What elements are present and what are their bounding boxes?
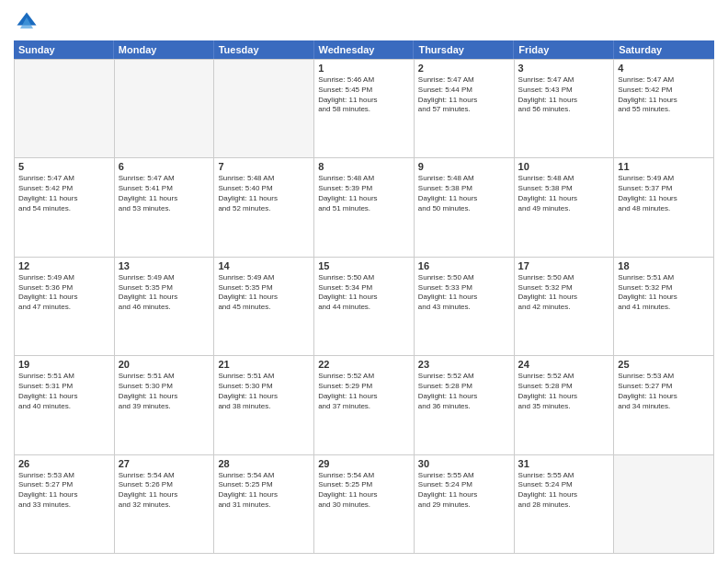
day-number: 26 [18, 458, 110, 469]
day-detail: Sunrise: 5:47 AM Sunset: 5:41 PM Dayligh… [119, 174, 210, 213]
calendar-header: SundayMondayTuesdayWednesdayThursdayFrid… [14, 40, 714, 59]
day-cell-9: 9Sunrise: 5:48 AM Sunset: 5:38 PM Daylig… [415, 158, 515, 257]
day-number: 31 [518, 458, 610, 469]
day-cell-25: 25Sunrise: 5:53 AM Sunset: 5:27 PM Dayli… [614, 356, 714, 454]
day-number: 30 [418, 458, 510, 469]
weekday-header-friday: Friday [514, 40, 614, 59]
day-detail: Sunrise: 5:49 AM Sunset: 5:37 PM Dayligh… [618, 174, 710, 213]
day-detail: Sunrise: 5:48 AM Sunset: 5:39 PM Dayligh… [318, 174, 410, 213]
day-number: 27 [119, 458, 210, 469]
day-cell-6: 6Sunrise: 5:47 AM Sunset: 5:41 PM Daylig… [115, 158, 215, 257]
day-number: 10 [518, 161, 610, 172]
day-detail: Sunrise: 5:48 AM Sunset: 5:40 PM Dayligh… [218, 174, 310, 213]
page: SundayMondayTuesdayWednesdayThursdayFrid… [0, 0, 728, 563]
day-number: 24 [518, 359, 610, 370]
day-cell-8: 8Sunrise: 5:48 AM Sunset: 5:39 PM Daylig… [314, 158, 415, 257]
day-number: 19 [18, 359, 110, 370]
day-cell-3: 3Sunrise: 5:47 AM Sunset: 5:43 PM Daylig… [515, 60, 615, 158]
day-number: 13 [119, 260, 210, 271]
weekday-header-tuesday: Tuesday [214, 40, 314, 59]
day-number: 22 [318, 359, 410, 370]
day-number: 18 [618, 260, 710, 271]
day-detail: Sunrise: 5:48 AM Sunset: 5:38 PM Dayligh… [418, 174, 510, 213]
day-cell-21: 21Sunrise: 5:51 AM Sunset: 5:30 PM Dayli… [214, 356, 314, 454]
calendar: SundayMondayTuesdayWednesdayThursdayFrid… [14, 40, 714, 554]
day-detail: Sunrise: 5:50 AM Sunset: 5:32 PM Dayligh… [518, 273, 610, 313]
day-cell-31: 31Sunrise: 5:55 AM Sunset: 5:24 PM Dayli… [515, 455, 615, 554]
day-number: 28 [218, 458, 310, 469]
day-detail: Sunrise: 5:49 AM Sunset: 5:35 PM Dayligh… [119, 273, 210, 313]
empty-cell [15, 60, 115, 158]
calendar-body: 1Sunrise: 5:46 AM Sunset: 5:45 PM Daylig… [14, 59, 714, 554]
day-number: 16 [418, 260, 510, 271]
day-detail: Sunrise: 5:47 AM Sunset: 5:42 PM Dayligh… [18, 174, 110, 213]
day-number: 15 [318, 260, 410, 271]
day-cell-2: 2Sunrise: 5:47 AM Sunset: 5:44 PM Daylig… [415, 60, 515, 158]
day-number: 3 [518, 63, 610, 74]
weekday-header-saturday: Saturday [614, 40, 714, 59]
day-cell-20: 20Sunrise: 5:51 AM Sunset: 5:30 PM Dayli… [115, 356, 215, 454]
header [14, 9, 714, 35]
empty-cell [614, 455, 714, 554]
day-number: 25 [618, 359, 710, 370]
day-number: 7 [218, 161, 310, 172]
day-cell-5: 5Sunrise: 5:47 AM Sunset: 5:42 PM Daylig… [15, 158, 115, 257]
day-cell-24: 24Sunrise: 5:52 AM Sunset: 5:28 PM Dayli… [515, 356, 615, 454]
day-detail: Sunrise: 5:48 AM Sunset: 5:38 PM Dayligh… [518, 174, 610, 213]
day-cell-28: 28Sunrise: 5:54 AM Sunset: 5:25 PM Dayli… [214, 455, 314, 554]
day-detail: Sunrise: 5:51 AM Sunset: 5:31 PM Dayligh… [18, 372, 110, 411]
day-cell-15: 15Sunrise: 5:50 AM Sunset: 5:34 PM Dayli… [314, 258, 415, 356]
day-detail: Sunrise: 5:53 AM Sunset: 5:27 PM Dayligh… [18, 471, 110, 511]
day-number: 29 [318, 458, 410, 469]
day-number: 21 [218, 359, 310, 370]
day-cell-16: 16Sunrise: 5:50 AM Sunset: 5:33 PM Dayli… [415, 258, 515, 356]
day-detail: Sunrise: 5:49 AM Sunset: 5:36 PM Dayligh… [18, 273, 110, 313]
day-cell-11: 11Sunrise: 5:49 AM Sunset: 5:37 PM Dayli… [614, 158, 714, 257]
day-detail: Sunrise: 5:53 AM Sunset: 5:27 PM Dayligh… [618, 372, 710, 411]
day-detail: Sunrise: 5:50 AM Sunset: 5:33 PM Dayligh… [418, 273, 510, 313]
day-number: 4 [618, 63, 710, 74]
day-detail: Sunrise: 5:51 AM Sunset: 5:32 PM Dayligh… [618, 273, 710, 313]
day-number: 17 [518, 260, 610, 271]
day-detail: Sunrise: 5:46 AM Sunset: 5:45 PM Dayligh… [318, 75, 410, 115]
day-cell-4: 4Sunrise: 5:47 AM Sunset: 5:42 PM Daylig… [614, 60, 714, 158]
empty-cell [214, 60, 314, 158]
day-number: 23 [418, 359, 510, 370]
day-cell-27: 27Sunrise: 5:54 AM Sunset: 5:26 PM Dayli… [115, 455, 215, 554]
empty-cell [115, 60, 215, 158]
day-detail: Sunrise: 5:55 AM Sunset: 5:24 PM Dayligh… [518, 471, 610, 511]
day-number: 8 [318, 161, 410, 172]
day-detail: Sunrise: 5:47 AM Sunset: 5:42 PM Dayligh… [618, 75, 710, 115]
day-detail: Sunrise: 5:55 AM Sunset: 5:24 PM Dayligh… [418, 471, 510, 511]
day-number: 14 [218, 260, 310, 271]
day-cell-13: 13Sunrise: 5:49 AM Sunset: 5:35 PM Dayli… [115, 258, 215, 356]
day-cell-30: 30Sunrise: 5:55 AM Sunset: 5:24 PM Dayli… [415, 455, 515, 554]
day-detail: Sunrise: 5:54 AM Sunset: 5:26 PM Dayligh… [119, 471, 210, 511]
day-cell-29: 29Sunrise: 5:54 AM Sunset: 5:25 PM Dayli… [314, 455, 415, 554]
day-detail: Sunrise: 5:52 AM Sunset: 5:29 PM Dayligh… [318, 372, 410, 411]
day-detail: Sunrise: 5:51 AM Sunset: 5:30 PM Dayligh… [218, 372, 310, 411]
day-detail: Sunrise: 5:52 AM Sunset: 5:28 PM Dayligh… [518, 372, 610, 411]
day-detail: Sunrise: 5:49 AM Sunset: 5:35 PM Dayligh… [218, 273, 310, 313]
day-cell-10: 10Sunrise: 5:48 AM Sunset: 5:38 PM Dayli… [515, 158, 615, 257]
day-detail: Sunrise: 5:52 AM Sunset: 5:28 PM Dayligh… [418, 372, 510, 411]
day-detail: Sunrise: 5:50 AM Sunset: 5:34 PM Dayligh… [318, 273, 410, 313]
day-detail: Sunrise: 5:54 AM Sunset: 5:25 PM Dayligh… [318, 471, 410, 511]
day-number: 9 [418, 161, 510, 172]
day-number: 12 [18, 260, 110, 271]
day-number: 1 [318, 63, 410, 74]
weekday-header-sunday: Sunday [14, 40, 114, 59]
day-cell-23: 23Sunrise: 5:52 AM Sunset: 5:28 PM Dayli… [415, 356, 515, 454]
weekday-header-monday: Monday [114, 40, 214, 59]
day-detail: Sunrise: 5:54 AM Sunset: 5:25 PM Dayligh… [218, 471, 310, 511]
day-cell-17: 17Sunrise: 5:50 AM Sunset: 5:32 PM Dayli… [515, 258, 615, 356]
day-cell-7: 7Sunrise: 5:48 AM Sunset: 5:40 PM Daylig… [214, 158, 314, 257]
day-cell-22: 22Sunrise: 5:52 AM Sunset: 5:29 PM Dayli… [314, 356, 415, 454]
day-number: 5 [18, 161, 110, 172]
day-number: 11 [618, 161, 710, 172]
day-cell-14: 14Sunrise: 5:49 AM Sunset: 5:35 PM Dayli… [214, 258, 314, 356]
day-number: 6 [119, 161, 210, 172]
day-detail: Sunrise: 5:47 AM Sunset: 5:44 PM Dayligh… [418, 75, 510, 115]
day-cell-18: 18Sunrise: 5:51 AM Sunset: 5:32 PM Dayli… [614, 258, 714, 356]
logo [14, 9, 43, 35]
